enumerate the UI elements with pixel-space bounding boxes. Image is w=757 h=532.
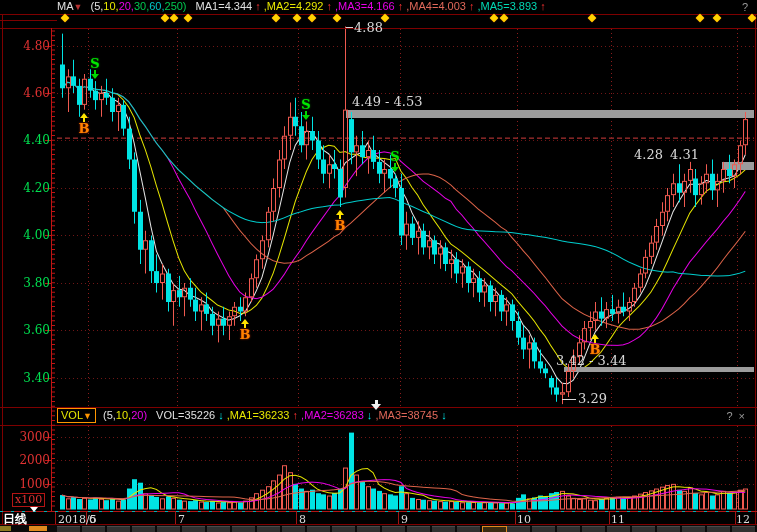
scrollbar-segment[interactable] [282,526,305,532]
price-annotation: 3.29 [578,391,607,406]
buy-signal-marker: B [238,319,252,341]
vol-value-1: ,MA1=36233 [227,409,290,421]
vol-value-3: ,MA3=38745 [375,409,438,421]
sell-signal-marker: S [388,150,402,172]
down-arrow-icon: ↓ [364,409,376,421]
ma-value-0: MA1=4.344 [196,0,253,12]
ma-indicator-label: MA [57,0,74,12]
vol-indicator-label: VOL [61,409,83,421]
scrollbar-segment[interactable] [532,526,555,532]
price-axis-label: 3.60 [2,323,50,337]
up-arrow-icon: ↑ [252,0,264,12]
ma-param-3: 30, [134,0,149,12]
down-arrow-icon [91,74,99,79]
down-arrow-icon: ↓ [438,409,447,421]
ma-param-5: 250) [165,0,187,12]
scrollbar-segment[interactable] [482,526,507,532]
vol-indicator-dropdown[interactable]: VOL▼ [57,408,96,423]
scrollbar-indicator-block[interactable] [0,526,11,531]
volume-indicator-header: VOL▼ (5,10,20) VOL=35226 ↓ ,MA1=36233 ↑ … [0,408,757,424]
scrollbar-segment[interactable] [382,526,405,532]
scrollbar-segment[interactable] [557,526,580,532]
help-icon[interactable]: ? [742,1,748,14]
price-annotation: 4.31 [670,147,699,162]
vol-param-2: 20) [131,409,147,421]
main-indicator-header: MA▼ (5,10,20,30,60,250) MA1=4.344 ↑ ,MA2… [0,0,757,14]
down-arrow-icon: ↓ [215,409,227,421]
scrollbar-segment[interactable] [707,526,730,532]
arrow-down-icon [371,404,381,410]
pane-splitter-arrow[interactable] [370,400,382,410]
ma-param-0: (5, [90,0,103,12]
ma-params: (5,10,20,30,60,250) [90,0,186,12]
ma-value-3: ,MA4=4.003 [406,0,466,12]
vol-value-0: VOL=35226 [156,409,215,421]
ma-param-4: 60, [149,0,164,12]
close-icon[interactable]: × [739,410,751,422]
buy-signal-marker: B [588,334,602,356]
buy-signal-letter: B [333,219,347,232]
scrollbar-segment[interactable] [307,526,330,532]
ma-param-1: 10, [103,0,118,12]
candlestick-chart-canvas[interactable] [0,0,757,532]
volume-axis-label: 2000 [2,453,50,467]
price-axis-label: 3.80 [2,276,50,290]
scrollbar-segment[interactable] [82,526,105,532]
scrollbar-segment[interactable] [182,526,205,532]
scrollbar-segment[interactable] [332,526,355,532]
price-axis-label: 4.00 [2,228,50,242]
scrollbar-segment[interactable] [207,526,230,532]
scrollbar-indicator-block[interactable] [29,526,47,531]
scrollbar-segment[interactable] [407,526,430,532]
horizontal-scrollbar[interactable] [0,525,757,532]
help-icon[interactable]: ? [726,410,738,422]
sell-signal-letter: S [388,150,402,163]
scrollbar-segment[interactable] [582,526,605,532]
scrollbar-segment[interactable] [107,526,130,532]
scrollbar-segment[interactable] [57,526,80,532]
chevron-down-icon: ▼ [83,411,92,421]
sell-signal-marker: S [299,98,313,120]
ma-value-1: ,MA2=4.292 [264,0,324,12]
sell-signal-marker: S [88,57,102,79]
vol-param-1: 10, [116,409,131,421]
down-arrow-icon [391,167,399,172]
down-arrow-icon [302,115,310,120]
vol-value-2: ,MA2=36283 [301,409,364,421]
scrollbar-segment[interactable] [632,526,655,532]
up-arrow-icon: ↑ [323,0,335,12]
price-annotation: 4.88 [354,20,383,35]
scrollbar-segment[interactable] [682,526,705,532]
volume-unit-label: x100 [12,493,45,507]
price-axis-label: 3.40 [2,371,50,385]
scrollbar-segment[interactable] [732,526,755,532]
price-annotation: 4.28 [634,147,663,162]
buy-signal-marker: B [77,113,91,135]
ma-param-2: 20, [119,0,134,12]
volume-axis-label: 1000 [2,477,50,491]
price-axis-label: 4.20 [2,181,50,195]
chevron-down-icon: ▼ [74,2,83,12]
buy-signal-marker: B [333,210,347,232]
ma-indicator-dropdown[interactable]: MA▼ [57,0,85,12]
scrollbar-segment[interactable] [507,526,530,532]
scrollbar-segment[interactable] [257,526,280,532]
scrollbar-segment[interactable] [657,526,680,532]
up-arrow-icon: ↑ [289,409,301,421]
up-arrow-icon: ↑ [466,0,478,12]
up-arrow-icon: ↑ [395,0,407,12]
scrollbar-segment[interactable] [232,526,255,532]
price-axis-label: 4.80 [2,39,50,53]
buy-signal-letter: B [77,122,91,135]
scrollbar-segment[interactable] [357,526,380,532]
scrollbar-segment[interactable] [432,526,455,532]
scrollbar-segment[interactable] [157,526,180,532]
scrollbar-segment[interactable] [607,526,630,532]
scrollbar-segment[interactable] [132,526,155,532]
stock-chart-window: MA▼ (5,10,20,30,60,250) MA1=4.344 ↑ ,MA2… [0,0,757,532]
price-axis-label: 4.40 [2,133,50,147]
vol-param-0: (5, [103,409,116,421]
vol-values: VOL=35226 ↓ ,MA1=36233 ↑ ,MA2=36283 ↓ ,M… [156,409,447,421]
scrollbar-segment[interactable] [457,526,480,532]
sell-signal-letter: S [88,57,102,70]
